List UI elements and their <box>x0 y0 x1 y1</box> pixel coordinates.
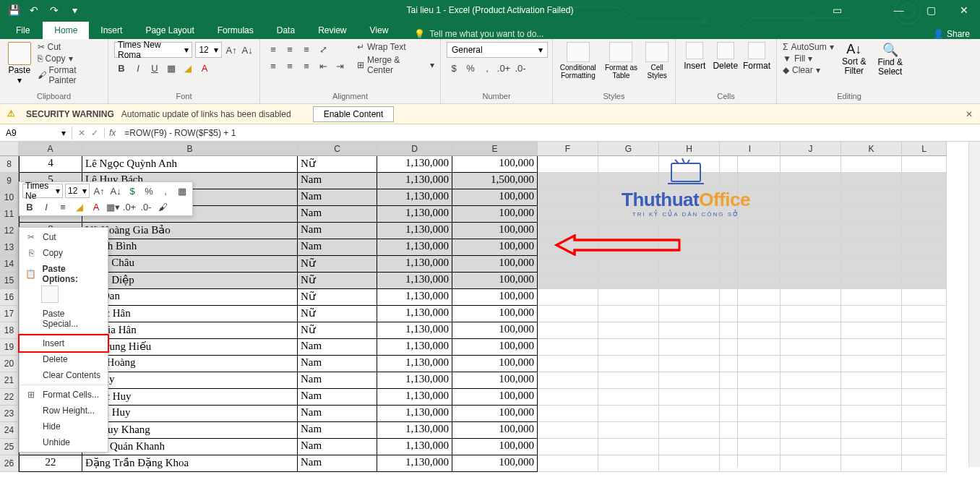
format-cells-button[interactable]: Format <box>743 42 770 71</box>
mini-fill-color-icon[interactable]: ◢ <box>72 200 87 214</box>
mini-format-painter-icon[interactable]: 🖌 <box>155 200 170 214</box>
row-header-22[interactable]: 22 <box>0 389 19 406</box>
cell[interactable]: Nam <box>298 406 377 422</box>
sort-filter-button[interactable]: A↓Sort & Filter <box>838 42 870 77</box>
worksheet-grid[interactable]: ABCDEFGHIJKL 891011121314151617181920212… <box>0 142 980 467</box>
align-middle-icon[interactable]: ≡ <box>283 42 297 56</box>
font-size-combo[interactable]: 12▾ <box>195 42 222 58</box>
mini-percent-icon[interactable]: % <box>142 184 156 198</box>
cell[interactable]: Ngọc Hân <box>82 306 298 322</box>
formula-input[interactable]: =ROW(F9) - ROW($F$5) + 1 <box>120 127 980 140</box>
cell[interactable]: Nam <box>298 439 377 455</box>
ctx-delete[interactable]: Delete <box>20 351 108 367</box>
cell[interactable] <box>659 455 720 472</box>
cell[interactable] <box>598 273 659 289</box>
cell[interactable]: 100,000 <box>452 223 538 239</box>
cell[interactable]: 1,130,000 <box>377 239 452 256</box>
comma-format-icon[interactable]: , <box>480 61 494 75</box>
cell[interactable]: 100,000 <box>452 339 538 356</box>
cell[interactable]: ễn Duy Khang <box>82 422 298 439</box>
cell[interactable]: 1,130,000 <box>377 356 452 372</box>
row-header-19[interactable]: 19 <box>0 339 19 356</box>
cell[interactable]: Minh Châu <box>82 256 298 273</box>
qat-dropdown-icon[interactable]: ▾ <box>69 5 79 15</box>
decrease-font-icon[interactable]: A↓ <box>241 43 254 57</box>
cell[interactable] <box>538 156 598 173</box>
undo-icon[interactable]: ↶ <box>29 5 39 15</box>
fill-color-button[interactable]: ◢ <box>181 61 195 75</box>
row-header-14[interactable]: 14 <box>0 256 19 273</box>
col-header-C[interactable]: C <box>298 142 377 156</box>
cell[interactable] <box>538 372 598 389</box>
mini-increase-font-icon[interactable]: A↑ <box>92 184 106 198</box>
cell[interactable]: 1,130,000 <box>377 439 452 455</box>
cell[interactable]: Thanh Bình <box>82 239 298 256</box>
mini-bold-icon[interactable]: B <box>22 200 37 214</box>
restore-icon[interactable]: ▢ <box>915 0 947 20</box>
mini-comma-icon[interactable]: , <box>158 184 173 198</box>
insert-cells-button[interactable]: Insert <box>682 42 708 71</box>
mini-decimal-dec-icon[interactable]: .0- <box>139 200 153 214</box>
cell[interactable]: 100,000 <box>452 189 538 206</box>
cell[interactable]: 1,130,000 <box>377 156 452 173</box>
paste-option-1[interactable] <box>41 286 59 303</box>
paste-button[interactable]: Paste ▾ <box>6 42 33 85</box>
font-color-button[interactable]: A <box>197 61 212 75</box>
cell[interactable]: Xuân Diệp <box>82 273 298 289</box>
row-header-21[interactable]: 21 <box>0 372 19 389</box>
cell[interactable]: 1,130,000 <box>377 406 452 422</box>
orientation-icon[interactable]: ⤢ <box>316 42 330 56</box>
col-header-K[interactable]: K <box>841 142 902 156</box>
cell[interactable]: 1,130,000 <box>377 306 452 322</box>
ctx-unhide[interactable]: Unhide <box>20 434 108 450</box>
row-header-9[interactable]: 9 <box>0 173 19 189</box>
cell-styles-button[interactable]: Cell Styles <box>645 42 669 80</box>
cell[interactable] <box>598 372 659 389</box>
cell[interactable] <box>659 422 720 439</box>
cell[interactable]: Nam <box>298 372 377 389</box>
cell[interactable]: Nam <box>298 339 377 356</box>
cell[interactable]: 1,130,000 <box>377 256 452 273</box>
cell[interactable] <box>659 372 720 389</box>
cell[interactable]: Vũ Hoàng Gia Bảo <box>82 223 298 239</box>
percent-format-icon[interactable]: % <box>463 61 478 75</box>
cell[interactable]: 1,130,000 <box>377 206 452 223</box>
cell[interactable] <box>598 256 659 273</box>
fx-icon[interactable]: fx <box>105 128 120 138</box>
cancel-formula-icon[interactable]: ✕ <box>78 128 85 138</box>
decrease-indent-icon[interactable]: ⇤ <box>316 59 330 73</box>
format-painter-button[interactable]: 🖌Format Painter <box>38 65 102 85</box>
share-button[interactable]: 👤 Share <box>933 29 970 39</box>
align-right-icon[interactable]: ≡ <box>299 59 314 73</box>
cell[interactable]: Nam <box>298 173 377 189</box>
col-header-L[interactable]: L <box>902 142 947 156</box>
col-header-F[interactable]: F <box>538 142 598 156</box>
cell[interactable] <box>659 273 720 289</box>
conditional-formatting-button[interactable]: Conditional Formatting <box>559 42 598 80</box>
row-header-12[interactable]: 12 <box>0 223 19 239</box>
merge-center-button[interactable]: ⊞Merge & Center▾ <box>357 55 434 75</box>
cell[interactable]: ễn Trung Hiếu <box>82 339 298 356</box>
cell[interactable] <box>538 439 598 455</box>
col-header-D[interactable]: D <box>377 142 452 156</box>
mini-border-drop-icon[interactable]: ▦▾ <box>106 200 120 214</box>
cell[interactable] <box>598 289 659 306</box>
cell[interactable]: 1,130,000 <box>377 189 452 206</box>
cell[interactable]: 1,130,000 <box>377 372 452 389</box>
col-header-I[interactable]: I <box>720 142 781 156</box>
row-header-17[interactable]: 17 <box>0 306 19 322</box>
borders-button[interactable]: ▦ <box>164 61 179 75</box>
cell[interactable] <box>538 389 598 406</box>
cell[interactable]: 100,000 <box>452 389 538 406</box>
align-bottom-icon[interactable]: ≡ <box>299 42 314 56</box>
cell[interactable]: 100,000 <box>452 306 538 322</box>
copy-button[interactable]: ⎘Copy▾ <box>38 53 102 64</box>
cell[interactable]: Nữ <box>298 322 377 339</box>
cell[interactable]: inh Đan <box>82 289 298 306</box>
increase-font-icon[interactable]: A↑ <box>225 43 238 57</box>
ctx-copy[interactable]: ⎘Copy <box>20 245 108 261</box>
cell[interactable]: 100,000 <box>452 372 538 389</box>
cell[interactable]: Nam <box>298 356 377 372</box>
cut-button[interactable]: ✂Cut <box>38 42 102 52</box>
cell[interactable]: Nam <box>298 223 377 239</box>
